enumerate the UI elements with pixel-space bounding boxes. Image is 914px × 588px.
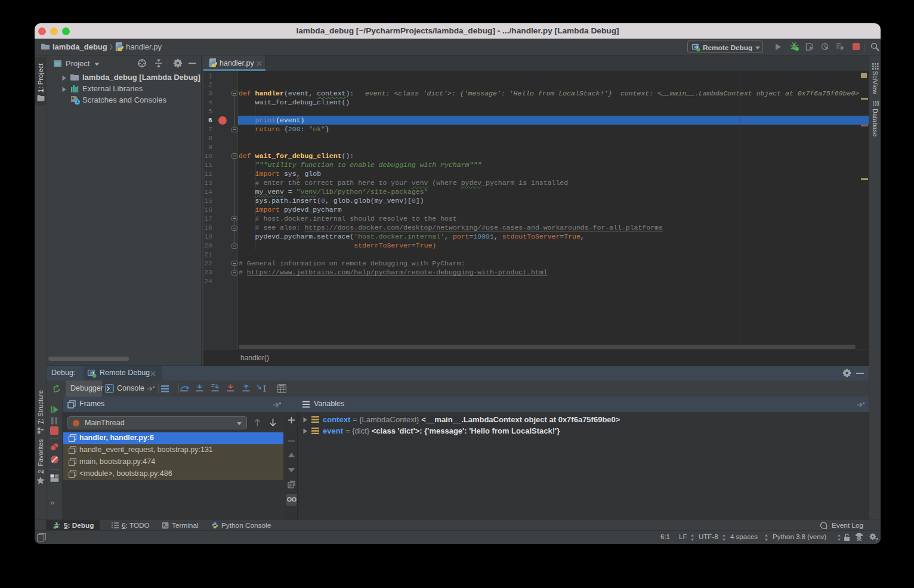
svg-text:?: ? bbox=[875, 537, 878, 542]
